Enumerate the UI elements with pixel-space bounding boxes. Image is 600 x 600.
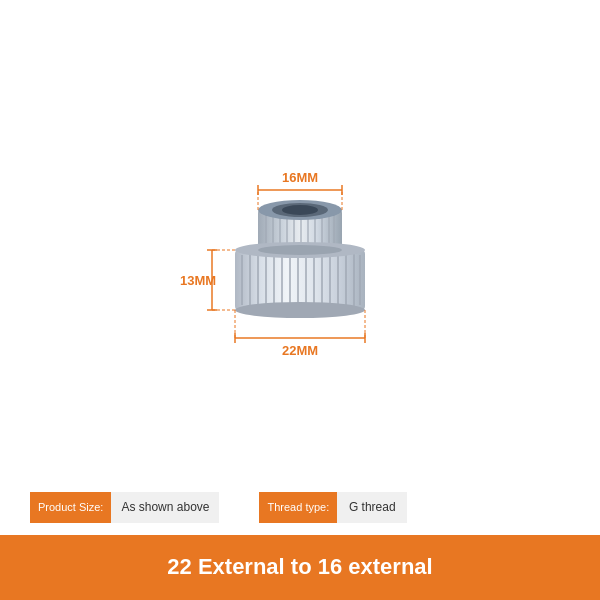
info-row: Product Size: As shown above Thread type… (0, 480, 600, 536)
svg-point-33 (258, 245, 342, 255)
product-area: 16MM 22MM 13MM (0, 0, 600, 480)
svg-text:22MM: 22MM (282, 343, 318, 358)
product-size-value: As shown above (111, 492, 219, 524)
page-wrapper: 16MM 22MM 13MM Product Size: As s (0, 0, 600, 600)
svg-point-31 (282, 205, 318, 215)
product-title: 22 External to 16 external (167, 554, 432, 579)
product-size-key: Product Size: (30, 492, 111, 522)
thread-type-value: G thread (337, 492, 407, 524)
product-svg: 16MM 22MM 13MM (130, 80, 470, 400)
product-image-container: 16MM 22MM 13MM (130, 80, 470, 400)
svg-point-34 (235, 302, 365, 318)
bottom-banner: 22 External to 16 external (0, 535, 600, 600)
svg-text:16MM: 16MM (282, 170, 318, 185)
product-size-item: Product Size: As shown above (30, 492, 219, 524)
svg-text:13MM: 13MM (180, 273, 216, 288)
thread-type-item: Thread type: G thread (259, 492, 407, 524)
thread-type-key: Thread type: (259, 492, 337, 522)
